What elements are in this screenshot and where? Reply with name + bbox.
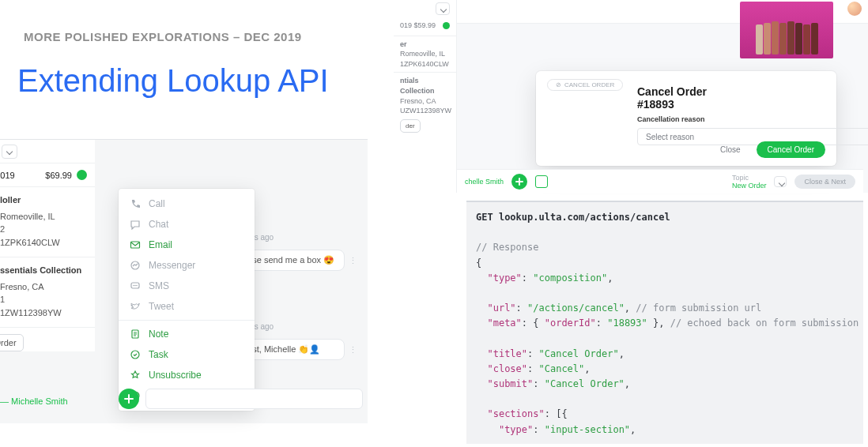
dropdown-item-label: Task — [149, 349, 168, 360]
mini-card-line: UZW112398YW — [400, 106, 450, 116]
select-placeholder: Select reason — [646, 133, 694, 141]
cancel-order-pill[interactable]: ⊘ CANCEL ORDER — [547, 79, 623, 91]
modal-backdrop: ⊘ CANCEL ORDER Cancel Order #18893 Cance… — [457, 0, 868, 193]
close-button[interactable]: Close — [712, 142, 749, 157]
phone-icon — [130, 198, 141, 209]
card-line: Romeoville, IL — [0, 210, 87, 223]
chevron-down-icon[interactable] — [436, 2, 450, 15]
task-icon — [130, 349, 141, 360]
message-text: ease send me a box 😍 — [243, 255, 334, 265]
mini-price-row: 019 $59.99 — [400, 21, 436, 31]
home-icon[interactable] — [535, 175, 548, 188]
note-icon — [130, 329, 141, 340]
mini-card-line: 1ZPK6140CLW — [400, 59, 450, 69]
svg-point-4 — [134, 285, 136, 287]
cancel-order-button[interactable]: Cancel Order — [757, 141, 825, 158]
dropdown-item-label: Chat — [149, 219, 168, 230]
shipment-card[interactable]: loller Romeoville, IL 2 1ZPK6140CLW — [0, 187, 95, 257]
dropdown-item-note[interactable]: Note — [119, 324, 255, 344]
tweet-icon — [130, 301, 141, 312]
dropdown-item-tweet[interactable]: Tweet — [119, 296, 255, 317]
mini-order-button[interactable]: der — [400, 119, 421, 133]
order-date: 1, 2019 — [0, 171, 15, 180]
dropdown-item-label: Tweet — [149, 301, 174, 312]
dropdown-item-unsubscribe[interactable]: Unsubscribe — [119, 365, 255, 385]
dropdown-item-label: Messenger — [149, 260, 195, 271]
agent-name: — Michelle Smith — [0, 396, 68, 406]
dropdown-item-task[interactable]: Task — [119, 344, 255, 365]
cancel-order-modal: ⊘ CANCEL ORDER Cancel Order #18893 Cance… — [536, 71, 836, 166]
eyebrow-text: MORE POLISHED EXPLORATIONS – DEC 2019 — [24, 30, 302, 43]
card-line: 1 — [0, 293, 87, 306]
compose-plus-button[interactable] — [119, 389, 139, 409]
field-label: Cancellation reason — [637, 115, 742, 123]
modal-title: Cancel Order #18893 — [637, 85, 742, 111]
card-line: 1ZW112398YW — [0, 306, 87, 320]
card-line: Fresno, CA — [0, 280, 87, 294]
topic-label: Topic — [732, 174, 749, 182]
order-summary-row[interactable]: 1, 2019 $69.99 — [0, 163, 95, 187]
shipment-card[interactable]: ssentials Collection Fresno, CA 1 1ZW112… — [0, 257, 95, 328]
order-button[interactable]: l Order — [0, 334, 24, 351]
status-dot-icon — [443, 22, 450, 29]
compose-dropdown: CallChatEmailMessengerSMSTweetNoteTaskUn… — [119, 189, 255, 411]
messenger-icon — [130, 260, 141, 271]
dropdown-item-label: SMS — [149, 280, 169, 291]
compose-input[interactable] — [145, 389, 363, 409]
api-response-code: GET lookup.ulta.com/actions/cancel // Re… — [466, 201, 863, 444]
sidebar-header: der — [0, 140, 95, 163]
svg-point-7 — [131, 351, 139, 359]
kebab-icon[interactable]: ⋮ — [349, 345, 358, 355]
close-next-button[interactable]: Close & Next — [794, 175, 855, 189]
mail-icon — [130, 239, 141, 250]
page-title: Extending Lookup API — [17, 63, 329, 99]
product-image — [740, 2, 833, 58]
svg-point-3 — [133, 285, 134, 287]
footer-agent-name: chelle Smith — [465, 178, 504, 186]
dropdown-item-label: Note — [149, 329, 168, 340]
dropdown-item-sms[interactable]: SMS — [119, 276, 255, 296]
chevron-down-icon[interactable] — [2, 145, 17, 159]
dropdown-item-label: Unsubscribe — [149, 370, 202, 381]
avatar[interactable] — [847, 2, 862, 16]
chevron-down-icon[interactable] — [774, 176, 787, 187]
topic-value[interactable]: New Order — [732, 182, 767, 190]
sms-icon — [130, 280, 141, 291]
mini-card-title: ntials Collection — [400, 76, 450, 96]
kebab-icon[interactable]: ⋮ — [349, 256, 358, 266]
mini-card-line: Fresno, CA — [400, 96, 450, 107]
cancel-pill-label: CANCEL ORDER — [564, 81, 614, 88]
compose-plus-button[interactable] — [511, 174, 527, 190]
svg-point-5 — [136, 285, 138, 287]
cancel-icon: ⊘ — [556, 81, 561, 88]
dropdown-item-email[interactable]: Email — [119, 235, 255, 255]
compose-footer: chelle Smith Topic New Order Close & Nex… — [457, 169, 863, 193]
card-line: 1ZPK6140CLW — [0, 236, 87, 250]
right-mock-container: 019 $59.99 er Romeoville, IL 1ZPK6140CLW… — [394, 0, 868, 193]
card-title: ssentials Collection — [0, 264, 87, 277]
star-icon — [130, 370, 141, 381]
card-title: loller — [0, 193, 87, 207]
dropdown-item-label: Email — [149, 239, 172, 250]
mini-sidebar: 019 $59.99 er Romeoville, IL 1ZPK6140CLW… — [394, 0, 457, 193]
left-mock-container: der 1, 2019 $69.99 loller Romeoville, IL… — [0, 139, 368, 423]
card-line: 2 — [0, 223, 87, 236]
order-price: $69.99 — [45, 171, 72, 180]
status-dot-icon — [77, 170, 87, 180]
chat-icon — [130, 219, 141, 230]
dropdown-item-label: Call — [149, 198, 165, 209]
dropdown-item-chat[interactable]: Chat — [119, 214, 255, 235]
dropdown-item-messenger[interactable]: Messenger — [119, 255, 255, 276]
dropdown-item-call[interactable]: Call — [119, 193, 255, 214]
mini-card-title: er — [400, 39, 450, 50]
order-sidebar: der 1, 2019 $69.99 loller Romeoville, IL… — [0, 140, 95, 351]
mini-card-line: Romeoville, IL — [400, 49, 450, 59]
